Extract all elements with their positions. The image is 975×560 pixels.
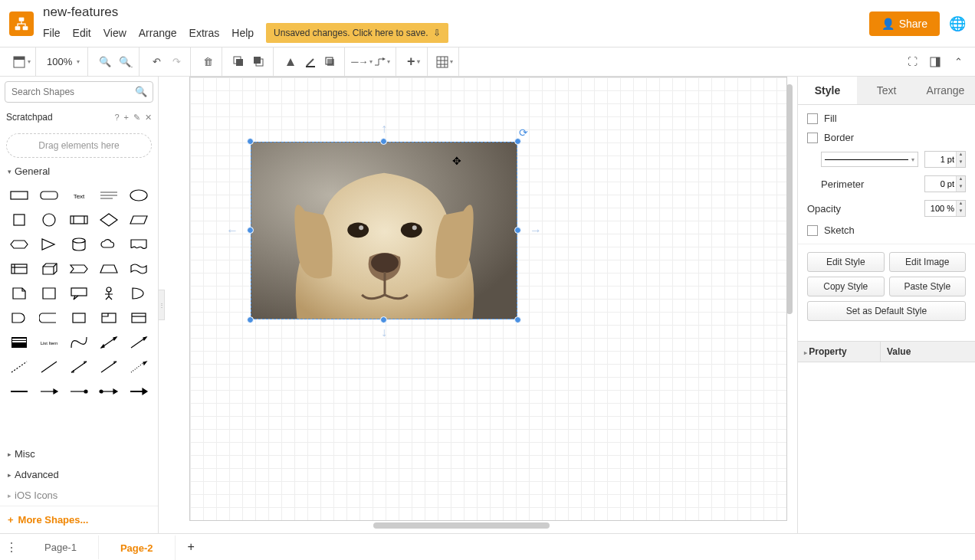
tab-text[interactable]: Text xyxy=(857,77,916,104)
shape-arrow[interactable] xyxy=(125,332,152,353)
shape-trapezoid[interactable] xyxy=(95,258,122,280)
shape-hexagon[interactable] xyxy=(6,234,33,255)
stepper-down[interactable]: ▼ xyxy=(956,208,965,216)
tab-arrange[interactable]: Arrange xyxy=(916,77,975,104)
shape-card[interactable] xyxy=(36,283,63,304)
resize-handle-e[interactable] xyxy=(514,227,521,234)
section-misc[interactable]: Misc xyxy=(0,444,158,464)
shape-or[interactable] xyxy=(125,283,152,304)
stepper-down[interactable]: ▼ xyxy=(956,184,965,192)
sidebar-collapse-handle[interactable]: ⋮ xyxy=(159,290,165,320)
sketch-checkbox[interactable] xyxy=(807,225,818,236)
tab-style[interactable]: Style xyxy=(798,77,857,104)
shape-link2[interactable] xyxy=(36,381,63,402)
vertical-scrollbar[interactable] xyxy=(786,84,793,314)
close-icon[interactable]: ✕ xyxy=(145,113,152,123)
help-icon[interactable]: ? xyxy=(114,113,119,123)
canvas[interactable]: ⋮ ↑ ↓ ← → ⟳ xyxy=(159,77,797,533)
horizontal-scrollbar[interactable] xyxy=(373,522,550,529)
edit-icon[interactable]: ✎ xyxy=(133,113,140,123)
property-header[interactable]: Property xyxy=(798,342,881,362)
shape-triangle[interactable] xyxy=(36,234,63,255)
resize-handle-w[interactable] xyxy=(247,227,254,234)
stepper-up[interactable]: ▲ xyxy=(956,152,965,159)
resize-handle-se[interactable] xyxy=(514,316,521,323)
shape-bidir-thin[interactable] xyxy=(66,356,93,378)
set-default-style-button[interactable]: Set as Default Style xyxy=(807,301,966,321)
shape-cube[interactable] xyxy=(36,258,63,280)
scratchpad-dropzone[interactable]: Drag elements here xyxy=(6,133,152,158)
shape-document[interactable] xyxy=(125,234,152,255)
save-notice[interactable]: Unsaved changes. Click here to save.⇩ xyxy=(266,23,448,43)
shape-ellipse[interactable] xyxy=(125,185,152,206)
edit-style-button[interactable]: Edit Style xyxy=(807,252,885,272)
language-icon[interactable]: 🌐 xyxy=(949,15,966,32)
undo-icon[interactable]: ↶ xyxy=(147,53,166,71)
collapse-icon[interactable]: ⌃ xyxy=(949,53,967,71)
shape-tape[interactable] xyxy=(125,258,152,280)
connect-arrow-e[interactable]: → xyxy=(530,224,542,237)
menu-view[interactable]: View xyxy=(103,27,126,39)
menu-edit[interactable]: Edit xyxy=(73,27,91,39)
connect-arrow-s[interactable]: ↓ xyxy=(381,326,387,339)
connect-arrow-n[interactable]: ↑ xyxy=(381,122,387,136)
rotate-handle[interactable]: ⟳ xyxy=(519,126,528,139)
copy-style-button[interactable]: Copy Style xyxy=(807,277,885,296)
shape-callout[interactable] xyxy=(66,283,93,304)
section-general[interactable]: General xyxy=(0,161,158,182)
menu-extras[interactable]: Extras xyxy=(189,27,220,39)
menu-help[interactable]: Help xyxy=(231,27,254,39)
to-back-icon[interactable] xyxy=(250,53,268,71)
redo-icon[interactable]: ↷ xyxy=(167,53,185,71)
shape-cylinder[interactable] xyxy=(66,234,93,255)
menu-file[interactable]: File xyxy=(43,27,61,39)
shape-and[interactable] xyxy=(6,307,33,329)
pages-menu-icon[interactable]: ⋮ xyxy=(0,540,23,555)
delete-icon[interactable]: 🗑 xyxy=(199,53,217,71)
share-button[interactable]: 👤 Share xyxy=(869,11,940,36)
shape-arrow-thin[interactable] xyxy=(95,356,122,378)
menu-arrange[interactable]: Arrange xyxy=(139,27,177,39)
format-panel-icon[interactable] xyxy=(926,53,944,71)
insert-icon[interactable]: +▾ xyxy=(404,53,422,71)
shape-square[interactable] xyxy=(6,209,33,231)
edit-image-button[interactable]: Edit Image xyxy=(889,252,967,272)
shape-actor[interactable] xyxy=(95,283,122,304)
shape-circle[interactable] xyxy=(36,209,63,231)
shape-rounded[interactable] xyxy=(36,185,63,206)
shape-parallelogram[interactable] xyxy=(125,209,152,231)
shape-link1[interactable] xyxy=(6,381,33,402)
shape-frame[interactable] xyxy=(95,307,122,329)
zoom-out-icon[interactable]: 🔍- xyxy=(116,53,134,71)
fill-color-icon[interactable] xyxy=(281,53,300,71)
shape-datastore[interactable] xyxy=(36,307,63,329)
waypoints-icon[interactable]: ▾ xyxy=(373,53,391,71)
fullscreen-icon[interactable]: ⛶ xyxy=(903,53,921,71)
page-tab-2[interactable]: Page-2 xyxy=(99,535,176,560)
border-checkbox[interactable] xyxy=(807,133,818,143)
shape-diamond[interactable] xyxy=(95,209,122,231)
shape-note[interactable] xyxy=(6,283,33,304)
border-style-select[interactable]: ▾ xyxy=(821,152,918,167)
paste-style-button[interactable]: Paste Style xyxy=(889,277,967,296)
shape-line[interactable] xyxy=(36,356,63,378)
shape-link3[interactable] xyxy=(66,381,93,402)
section-ios[interactable]: iOS Icons xyxy=(0,485,158,506)
page-view-button[interactable]: ▾ xyxy=(12,53,31,71)
app-logo[interactable] xyxy=(9,11,34,36)
resize-handle-nw[interactable] xyxy=(247,138,254,145)
stepper-up[interactable]: ▲ xyxy=(956,201,965,208)
resize-handle-n[interactable] xyxy=(380,138,387,145)
resize-handle-sw[interactable] xyxy=(247,316,254,323)
fill-checkbox[interactable] xyxy=(807,113,818,124)
shape-link5[interactable] xyxy=(125,381,152,402)
shape-dotted-arrow[interactable] xyxy=(125,356,152,378)
shape-dashed[interactable] xyxy=(6,356,33,378)
shape-cloud[interactable] xyxy=(95,234,122,255)
shape-listitem[interactable]: List Item xyxy=(36,332,63,353)
stepper-down[interactable]: ▼ xyxy=(956,159,965,167)
search-input[interactable] xyxy=(5,81,153,103)
zoom-select[interactable]: 100%▾ xyxy=(44,54,83,69)
section-advanced[interactable]: Advanced xyxy=(0,464,158,485)
table-icon[interactable]: ▾ xyxy=(435,53,454,71)
